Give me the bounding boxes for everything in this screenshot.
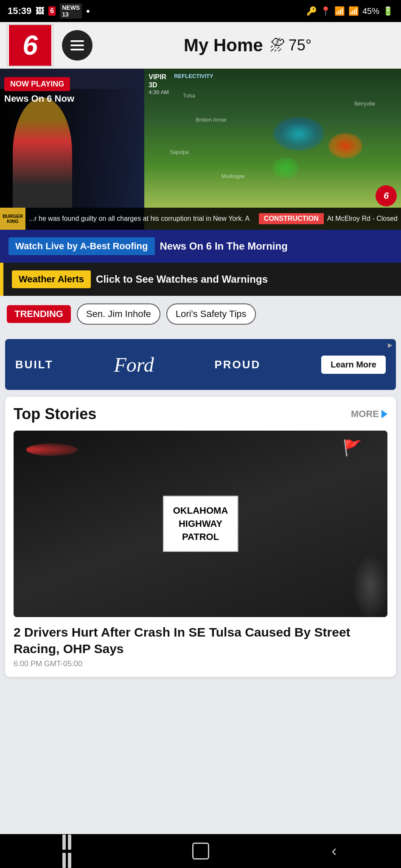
top-stories-section: Top Stories MORE 🚩 OKLAHOMA HIGHWAY PATR… bbox=[5, 397, 396, 677]
ad-indicator: ▶ bbox=[388, 342, 393, 348]
nav-lines-right bbox=[68, 835, 71, 868]
live-banner-text: News On 6 In The Morning bbox=[160, 239, 288, 253]
weather-widget[interactable]: ⛈ 75° bbox=[270, 36, 311, 54]
six-icon: 6 bbox=[48, 6, 56, 16]
car-lights bbox=[26, 443, 77, 456]
signal-icon: 📶 bbox=[348, 6, 359, 16]
navigation-bar: ‹ bbox=[0, 834, 401, 868]
map-label-5: Berryville bbox=[354, 101, 375, 107]
trending-badge: TRENDING bbox=[7, 305, 71, 323]
photo-icon: 🖼 bbox=[36, 6, 44, 16]
ticker-scroll: ...r he was found guilty on all charges … bbox=[29, 215, 250, 222]
stories-title: Top Stories bbox=[14, 405, 96, 423]
recent-apps-icon bbox=[62, 835, 71, 868]
alert-banner-text: Click to See Watches and Warnings bbox=[96, 273, 268, 286]
location-icon: 📍 bbox=[320, 6, 331, 16]
channel6-watermark: 6 bbox=[376, 185, 397, 206]
stories-header: Top Stories MORE bbox=[14, 405, 387, 423]
trending-section: TRENDING Sen. Jim Inhofe Lori's Safety T… bbox=[0, 296, 401, 332]
anchor-silhouette bbox=[13, 97, 72, 208]
weather-alerts-badge: Weather Alerts bbox=[12, 270, 91, 288]
battery-icon: 🔋 bbox=[383, 6, 393, 16]
app-header: My Home ⛈ 75° bbox=[0, 22, 401, 69]
ticker-logo: BURGERKING bbox=[0, 208, 25, 230]
dot-status: • bbox=[86, 5, 90, 17]
logo-six-box bbox=[9, 25, 51, 66]
header-title-area: My Home ⛈ 75° bbox=[101, 35, 394, 56]
ford-logo: Ford bbox=[114, 353, 154, 376]
tire-element bbox=[353, 554, 387, 617]
video-content: VIPIR3D 4:30 AM REFLECTIVITY Tulsa Broke… bbox=[0, 69, 401, 230]
key-icon: 🔑 bbox=[306, 6, 317, 16]
ohp-line1: OKLAHOMA bbox=[173, 504, 228, 517]
ticker-bar: BURGERKING ...r he was found guilty on a… bbox=[0, 208, 401, 230]
trending-pill-1[interactable]: Sen. Jim Inhofe bbox=[77, 303, 160, 325]
radar-time: 4:30 AM bbox=[149, 89, 169, 95]
more-arrow-icon bbox=[381, 410, 387, 418]
weather-temperature: 75° bbox=[289, 36, 311, 54]
trending-pill-2[interactable]: Lori's Safety Tips bbox=[166, 303, 256, 325]
status-time: 15:39 bbox=[8, 6, 31, 17]
ticker-road: At McElroy Rd - Closed bbox=[327, 215, 401, 223]
story-timestamp: 6:00 PM GMT-05:00 bbox=[14, 659, 387, 668]
ford-built-text: BUILT bbox=[15, 358, 53, 371]
ford-ad-banner[interactable]: ▶ BUILT Ford PROUD Learn More bbox=[5, 339, 396, 390]
page-title: My Home bbox=[184, 35, 263, 56]
nav-home-button[interactable] bbox=[188, 840, 213, 862]
status-left: 15:39 🖼 6 NEWS13 • bbox=[8, 3, 90, 19]
map-label-1: Tulsa bbox=[183, 93, 195, 99]
video-player[interactable]: VIPIR3D 4:30 AM REFLECTIVITY Tulsa Broke… bbox=[0, 69, 401, 230]
wifi-icon: 📶 bbox=[334, 6, 345, 16]
nav-recent-apps-button[interactable] bbox=[54, 840, 80, 862]
map-label-2: Broken Arrow bbox=[196, 117, 226, 123]
hamburger-icon bbox=[70, 40, 84, 50]
now-playing-title: News On 6 Now bbox=[4, 93, 74, 104]
weather-icon: ⛈ bbox=[270, 36, 285, 54]
flag-element: 🚩 bbox=[343, 439, 362, 457]
nav-back-button[interactable]: ‹ bbox=[322, 840, 347, 862]
ticker-news-text: ...r he was found guilty on all charges … bbox=[25, 215, 255, 223]
home-icon bbox=[192, 843, 209, 860]
channel6-logo[interactable] bbox=[7, 24, 53, 67]
live-banner[interactable]: Watch Live by A-Best Roofing News On 6 I… bbox=[0, 230, 401, 263]
ohp-line2: HIGHWAY bbox=[173, 517, 228, 531]
ohp-line3: PATROL bbox=[173, 530, 228, 543]
ticker-construction-label: CONSTRUCTION bbox=[259, 213, 324, 224]
more-label: MORE bbox=[351, 409, 379, 420]
learn-more-button[interactable]: Learn More bbox=[321, 356, 386, 374]
anchor-area bbox=[0, 89, 144, 208]
status-bar: 15:39 🖼 6 NEWS13 • 🔑 📍 📶 📶 45% 🔋 bbox=[0, 0, 401, 22]
back-icon: ‹ bbox=[332, 842, 337, 860]
battery-percent: 45% bbox=[362, 6, 379, 16]
now-playing-badge: NOW PLAYING bbox=[4, 77, 70, 91]
ohp-sign: OKLAHOMA HIGHWAY PATROL bbox=[163, 496, 238, 552]
status-right: 🔑 📍 📶 📶 45% 🔋 bbox=[306, 6, 393, 16]
menu-button[interactable] bbox=[62, 30, 93, 61]
vipir-label: VIPIR3D bbox=[149, 73, 166, 89]
news13-icon: NEWS13 bbox=[60, 3, 82, 19]
watch-live-button[interactable]: Watch Live by A-Best Roofing bbox=[8, 237, 155, 255]
story-featured-image[interactable]: 🚩 OKLAHOMA HIGHWAY PATROL bbox=[14, 431, 387, 617]
ford-proud-text: PROUD bbox=[214, 358, 261, 371]
radar-map: VIPIR3D 4:30 AM REFLECTIVITY Tulsa Broke… bbox=[144, 69, 401, 230]
more-link[interactable]: MORE bbox=[351, 409, 387, 420]
map-label-4: Muskogee bbox=[222, 173, 245, 179]
weather-alert-banner[interactable]: Weather Alerts Click to See Watches and … bbox=[0, 263, 401, 296]
map-label-3: Sapulpa bbox=[170, 149, 189, 155]
story-headline[interactable]: 2 Drivers Hurt After Crash In SE Tulsa C… bbox=[14, 624, 387, 657]
reflectivity-label: REFLECTIVITY bbox=[174, 73, 213, 79]
nav-lines-left bbox=[62, 835, 66, 868]
